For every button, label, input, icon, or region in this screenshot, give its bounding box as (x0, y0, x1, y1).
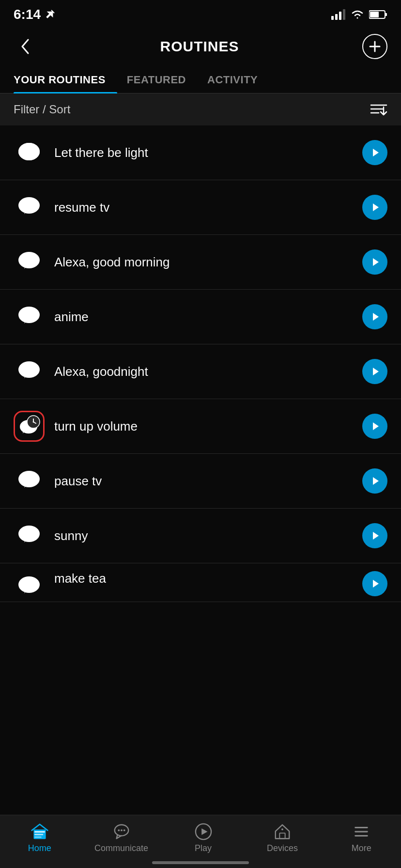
play-button[interactable] (362, 304, 387, 329)
routine-item[interactable]: Alexa, good morning (0, 235, 401, 290)
routine-name: Alexa, goodnight (54, 364, 362, 379)
nav-item-play[interactable]: Play (179, 823, 228, 853)
routine-name: pause tv (54, 474, 362, 489)
play-button[interactable] (362, 523, 387, 548)
play-icon (370, 202, 380, 213)
routine-name: anime (54, 310, 362, 325)
status-icons (331, 9, 387, 20)
svg-marker-30 (373, 477, 379, 485)
status-time: 6:14 (14, 7, 55, 22)
routine-name: turn up volume (54, 419, 362, 434)
header: ROUTINES (0, 26, 401, 67)
battery-icon (369, 10, 387, 19)
speech-bubble-icon (16, 249, 42, 275)
routine-icon-wrap (14, 571, 45, 602)
svg-rect-45 (279, 833, 285, 838)
routine-item-partial[interactable]: make tea (0, 563, 401, 602)
speech-bubble-icon (16, 468, 42, 494)
routine-item[interactable]: Let there be light (0, 125, 401, 180)
sort-button[interactable] (370, 102, 387, 117)
wifi-icon (351, 9, 364, 20)
communicate-icon (113, 823, 130, 840)
svg-rect-6 (370, 12, 379, 17)
routine-name: Alexa, good morning (54, 255, 362, 270)
play-button[interactable] (362, 195, 387, 220)
svg-marker-20 (373, 313, 379, 321)
clock-speech-icon (15, 412, 43, 440)
filter-sort-label: Filter / Sort (14, 103, 70, 116)
svg-point-41 (121, 829, 123, 831)
svg-marker-22 (373, 368, 379, 375)
play-icon (370, 311, 380, 322)
nav-label-devices: Devices (267, 843, 298, 853)
routine-icon-wrap (14, 465, 45, 496)
svg-point-19 (18, 307, 40, 323)
tab-activity[interactable]: ACTIVITY (207, 67, 269, 93)
play-button[interactable] (362, 571, 387, 596)
tab-your-routines[interactable]: YOUR ROUTINES (14, 67, 117, 93)
svg-marker-34 (373, 580, 379, 588)
time-display: 6:14 (14, 7, 41, 22)
routine-item[interactable]: resume tv (0, 180, 401, 235)
svg-point-42 (123, 829, 125, 831)
play-icon (370, 366, 380, 377)
routine-item[interactable]: anime (0, 290, 401, 344)
speech-bubble-icon (16, 574, 42, 599)
routine-item[interactable]: sunny (0, 509, 401, 563)
svg-marker-32 (373, 532, 379, 540)
routine-name: Let there be light (54, 145, 362, 160)
add-routine-button[interactable] (362, 34, 387, 59)
nav-label-home: Home (28, 843, 51, 853)
svg-rect-5 (385, 13, 387, 16)
back-button[interactable] (14, 35, 37, 58)
nav-label-communicate: Communicate (94, 843, 148, 853)
play-icon (370, 476, 380, 486)
play-nav-icon (195, 823, 212, 840)
routine-item[interactable]: Alexa, goodnight (0, 344, 401, 399)
play-button[interactable] (362, 468, 387, 494)
speech-bubble-icon (16, 304, 42, 329)
add-icon (369, 40, 381, 53)
signal-icon (331, 9, 346, 20)
play-button[interactable] (362, 249, 387, 275)
play-icon (370, 257, 380, 267)
nav-item-home[interactable]: Home (15, 823, 64, 853)
speech-bubble-icon (16, 523, 42, 548)
speech-bubble-icon (16, 359, 42, 384)
home-indicator (152, 861, 249, 864)
svg-marker-14 (373, 149, 379, 156)
routine-icon-wrap (14, 356, 45, 387)
nav-label-play: Play (195, 843, 212, 853)
nav-item-communicate[interactable]: Communicate (94, 823, 148, 853)
location-icon (45, 9, 55, 20)
play-icon (370, 530, 380, 541)
svg-rect-3 (343, 9, 345, 20)
play-button[interactable] (362, 359, 387, 384)
play-button[interactable] (362, 140, 387, 165)
routine-item[interactable]: turn up volume (0, 399, 401, 454)
routine-name: make tea (54, 571, 362, 586)
play-icon (370, 578, 380, 589)
filter-sort-bar[interactable]: Filter / Sort (0, 93, 401, 125)
tab-featured[interactable]: FEATURED (127, 67, 198, 93)
nav-item-devices[interactable]: Devices (258, 823, 307, 853)
svg-point-27 (33, 421, 34, 423)
routine-list: Let there be light resume tv (0, 125, 401, 602)
routine-name: sunny (54, 528, 362, 543)
svg-point-40 (118, 829, 120, 831)
play-icon (370, 147, 380, 158)
svg-point-29 (18, 471, 40, 487)
nav-item-more[interactable]: More (337, 823, 386, 853)
svg-rect-1 (335, 14, 338, 20)
routine-name: resume tv (54, 200, 362, 215)
play-icon (370, 421, 380, 432)
svg-point-13 (18, 143, 40, 160)
routine-icon-wrap (14, 520, 45, 551)
page-title: ROUTINES (160, 38, 239, 55)
bottom-nav: Home Communicate Play (0, 815, 401, 868)
home-icon (31, 823, 48, 840)
svg-rect-0 (331, 16, 334, 20)
svg-rect-2 (339, 12, 341, 20)
routine-item[interactable]: pause tv (0, 454, 401, 509)
play-button[interactable] (362, 414, 387, 439)
